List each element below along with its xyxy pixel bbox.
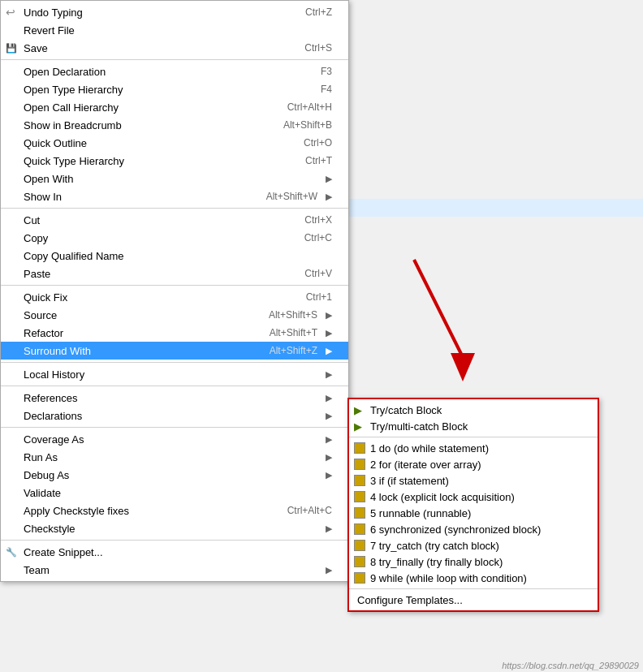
coverage-as-arrow: ▶ (326, 434, 332, 445)
separator-7 (1, 540, 348, 541)
menu-item-quick-type-hierarchy[interactable]: Quick Type Hierarchy Ctrl+T (1, 152, 348, 170)
menu-item-undo-typing[interactable]: ↩ Undo Typing Ctrl+Z (1, 3, 348, 21)
context-menu: ↩ Undo Typing Ctrl+Z Revert File 💾 Save … (0, 0, 349, 582)
debug-as-arrow: ▶ (326, 470, 332, 480)
submenu-label-if-statement: 3 if (if statement) (370, 475, 449, 487)
local-history-arrow: ▶ (326, 369, 332, 380)
menu-shortcut-paste: Ctrl+V (304, 268, 332, 279)
menu-label-quick-fix: Quick Fix (24, 291, 282, 304)
menu-item-source[interactable]: Source Alt+Shift+S ▶ (1, 306, 348, 324)
submenu-item-try-catch-2[interactable]: 7 try_catch (try catch block) (349, 537, 598, 554)
separator-2 (1, 208, 348, 209)
menu-shortcut-quick-outline: Ctrl+O (304, 137, 332, 149)
menu-label-cut: Cut (24, 214, 280, 226)
submenu-label-try-finally: 8 try_finally (try finally block) (370, 556, 503, 568)
menu-label-open-with: Open With (24, 173, 317, 185)
menu-label-references: References (24, 392, 317, 404)
declarations-arrow: ▶ (326, 411, 332, 421)
submenu-item-lock[interactable]: 4 lock (explicit lock acquisition) (349, 489, 598, 505)
submenu-label-try-catch: Try/catch Block (370, 404, 442, 416)
submenu-label-while: 9 while (while loop with condition) (370, 572, 527, 584)
open-with-arrow: ▶ (326, 174, 332, 184)
submenu-label-do-while: 1 do (do while statement) (370, 442, 489, 454)
menu-item-copy-qualified-name[interactable]: Copy Qualified Name (1, 247, 348, 265)
menu-label-quick-outline: Quick Outline (24, 137, 279, 149)
menu-label-undo-typing: Undo Typing (24, 6, 281, 19)
separator-4 (1, 362, 348, 363)
menu-label-paste: Paste (24, 268, 280, 280)
menu-item-checkstyle[interactable]: Checkstyle ▶ (1, 519, 348, 537)
menu-label-coverage-as: Coverage As (24, 433, 317, 446)
submenu-item-do-while[interactable]: 1 do (do while statement) (349, 440, 598, 456)
submenu-item-synchronized[interactable]: 6 synchronized (synchronized block) (349, 521, 598, 537)
menu-label-checkstyle: Checkstyle (24, 523, 317, 535)
snippet-icon: 🔧 (6, 547, 17, 558)
separator-5 (1, 386, 348, 386)
submenu-item-runnable[interactable]: 5 runnable (runnable) (349, 505, 598, 521)
menu-item-show-in-breadcrumb[interactable]: Show in Breadcrumb Alt+Shift+B (1, 116, 348, 134)
menu-shortcut-save: Ctrl+S (304, 42, 332, 54)
menu-item-references[interactable]: References ▶ (1, 389, 348, 407)
menu-item-open-declaration[interactable]: Open Declaration F3 (1, 62, 348, 80)
submenu-item-while[interactable]: 9 while (while loop with condition) (349, 570, 598, 586)
menu-label-refactor: Refactor (24, 327, 245, 339)
source-arrow: ▶ (326, 310, 332, 321)
menu-label-quick-type-hierarchy: Quick Type Hierarchy (24, 155, 281, 167)
menu-label-run-as: Run As (24, 451, 317, 463)
menu-item-open-call-hierarchy[interactable]: Open Call Hierarchy Ctrl+Alt+H (1, 98, 348, 116)
menu-shortcut-copy: Ctrl+C (304, 232, 332, 243)
menu-label-local-history: Local History (24, 368, 317, 381)
menu-label-team: Team (24, 564, 317, 576)
show-in-arrow: ▶ (326, 192, 332, 202)
menu-item-revert-file[interactable]: Revert File (1, 21, 348, 39)
try-multi-catch-icon: ▶ (354, 420, 362, 433)
menu-shortcut-open-call-hierarchy: Ctrl+Alt+H (287, 101, 332, 113)
menu-item-quick-fix[interactable]: Quick Fix Ctrl+1 (1, 288, 348, 306)
menu-item-team[interactable]: Team ▶ (1, 561, 348, 579)
menu-item-create-snippet[interactable]: 🔧 Create Snippet... (1, 543, 348, 561)
submenu-item-configure[interactable]: Configure Templates... (349, 592, 598, 608)
menu-item-declarations[interactable]: Declarations ▶ (1, 407, 348, 424)
red-arrow (398, 252, 495, 398)
menu-label-copy: Copy (24, 232, 280, 244)
menu-shortcut-open-type-hierarchy: F4 (321, 84, 332, 95)
menu-item-open-with[interactable]: Open With ▶ (1, 170, 348, 187)
synchronized-icon (354, 523, 365, 535)
svg-marker-1 (451, 353, 475, 381)
menu-label-revert-file: Revert File (24, 24, 332, 37)
menu-shortcut-show-in: Alt+Shift+W (266, 191, 317, 202)
submenu-item-if-statement[interactable]: 3 if (if statement) (349, 472, 598, 489)
menu-item-cut[interactable]: Cut Ctrl+X (1, 211, 348, 229)
submenu-item-try-catch[interactable]: ▶ Try/catch Block (349, 402, 598, 418)
submenu-item-try-multi-catch[interactable]: ▶ Try/multi-catch Block (349, 418, 598, 434)
menu-item-surround-with[interactable]: Surround With Alt+Shift+Z ▶ (1, 342, 348, 360)
menu-item-open-type-hierarchy[interactable]: Open Type Hierarchy F4 (1, 80, 348, 98)
url-bar: https://blog.csdn.net/qq_29890029 (502, 661, 639, 670)
menu-shortcut-open-declaration: F3 (321, 66, 332, 77)
highlight-area (347, 199, 643, 217)
menu-item-local-history[interactable]: Local History ▶ (1, 365, 348, 383)
menu-item-debug-as[interactable]: Debug As ▶ (1, 466, 348, 484)
menu-item-refactor[interactable]: Refactor Alt+Shift+T ▶ (1, 324, 348, 342)
team-arrow: ▶ (326, 565, 332, 575)
submenu-label-try-multi-catch: Try/multi-catch Block (370, 420, 468, 433)
menu-item-paste[interactable]: Paste Ctrl+V (1, 265, 348, 282)
menu-item-validate[interactable]: Validate (1, 484, 348, 502)
menu-item-copy[interactable]: Copy Ctrl+C (1, 229, 348, 247)
submenu-item-for-array[interactable]: 2 for (iterate over array) (349, 456, 598, 472)
menu-shortcut-quick-fix: Ctrl+1 (306, 291, 332, 303)
menu-label-open-declaration: Open Declaration (24, 66, 296, 78)
do-while-icon (354, 442, 365, 454)
menu-item-coverage-as[interactable]: Coverage As ▶ (1, 430, 348, 448)
menu-item-save[interactable]: 💾 Save Ctrl+S (1, 39, 348, 57)
menu-item-show-in[interactable]: Show In Alt+Shift+W ▶ (1, 187, 348, 205)
menu-shortcut-cut: Ctrl+X (304, 214, 332, 226)
menu-item-run-as[interactable]: Run As ▶ (1, 448, 348, 466)
menu-label-apply-checkstyle: Apply Checkstyle fixes (24, 505, 263, 517)
menu-item-quick-outline[interactable]: Quick Outline Ctrl+O (1, 134, 348, 152)
separator-1 (1, 59, 348, 60)
menu-shortcut-source: Alt+Shift+S (269, 309, 317, 321)
try-finally-icon (354, 556, 365, 567)
menu-item-apply-checkstyle[interactable]: Apply Checkstyle fixes Ctrl+Alt+C (1, 502, 348, 519)
submenu-item-try-finally[interactable]: 8 try_finally (try finally block) (349, 554, 598, 570)
